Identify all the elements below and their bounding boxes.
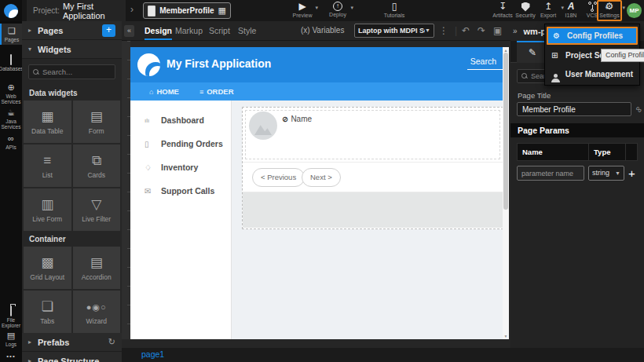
app-search-link[interactable]: Search — [467, 57, 503, 70]
device-selector-arrow-icon: ▼ — [425, 24, 430, 37]
tab-markup[interactable]: Markup — [175, 21, 203, 40]
sidebar-item-web-services[interactable]: ⊕ Web Services — [0, 80, 22, 107]
sidebar-item-file-explorer[interactable]: File Explorer — [0, 304, 22, 331]
sidebar-item-java-services[interactable]: ☕ Java Services — [0, 105, 22, 132]
menu-item-user-management[interactable]: User Management — [545, 64, 639, 83]
nav-item-order[interactable]: ≡ ORDER — [199, 87, 234, 96]
tutorials-button[interactable]: ▯ Tutorials — [381, 2, 408, 18]
widget-label: Tabs — [40, 317, 54, 325]
widgets-section-header[interactable]: ▾ Widgets — [22, 40, 122, 59]
accordion-icon: ▤ — [90, 255, 103, 271]
pencil-icon: ✎ — [529, 47, 536, 58]
widget-search[interactable] — [28, 64, 115, 79]
list-widget-container[interactable]: ⊘ Name < Previous Next > — [242, 107, 503, 229]
tab-script[interactable]: Script — [209, 21, 230, 40]
widget-tile-list[interactable]: ≡ List — [24, 144, 71, 187]
user-avatar[interactable]: MP — [627, 3, 642, 18]
scroll-down-icon[interactable]: ▼ — [503, 334, 509, 338]
column-header-type: Type — [589, 143, 626, 161]
search-icon — [521, 73, 528, 79]
api-icon: ∞ — [8, 133, 14, 143]
deploy-button[interactable]: ↑ Deploy ▾ — [324, 2, 351, 17]
search-icon — [33, 69, 39, 75]
menu-item-dashboard[interactable]: ılı Dashboard — [130, 108, 231, 132]
widget-tile-tabs[interactable]: ❏ Tabs — [24, 291, 71, 333]
widget-tile-wizard[interactable]: ●◉○ Wizard — [73, 291, 121, 333]
menu-item-inventory[interactable]: ♢ Inventory — [130, 155, 231, 179]
widget-label: Data Table — [31, 127, 63, 135]
add-page-button[interactable]: + — [102, 24, 115, 37]
triangle-right-icon: ▸ — [28, 338, 38, 346]
menu-item-pending-orders[interactable]: ▯ Pending Orders — [130, 132, 231, 155]
page-title-input[interactable] — [517, 102, 631, 116]
deploy-label: Deploy — [329, 12, 346, 17]
previous-button[interactable]: < Previous — [252, 168, 305, 187]
triangle-right-icon: ▸ — [28, 27, 38, 34]
vertical-scroll-thumb[interactable] — [503, 53, 508, 210]
param-name-input[interactable] — [517, 166, 584, 181]
tab-style[interactable]: Style — [238, 21, 256, 40]
redo-button[interactable]: ↷ — [478, 21, 485, 40]
data-table-icon: ▦ — [41, 109, 53, 125]
deploy-chevron-icon[interactable]: ▾ — [350, 5, 353, 11]
more-options-icon[interactable]: ⋮ — [439, 21, 448, 40]
page-selector[interactable]: MemberProfile ▦ — [143, 2, 231, 19]
undo-button[interactable]: ↶ — [462, 21, 470, 40]
sidebar-item-databases[interactable]: Databases — [0, 53, 22, 74]
breadcrumb-chevron-icon: › — [130, 4, 134, 15]
device-selector[interactable]: Laptop with MDPI Screen ▼ — [354, 24, 434, 38]
wavemaker-logo[interactable] — [0, 0, 22, 21]
page-structure-section-header[interactable]: ▸ Page Structure — [22, 352, 122, 362]
add-param-button[interactable]: + — [628, 166, 635, 181]
bind-link-icon[interactable]: ∞ — [634, 104, 644, 115]
collapse-left-panel-button[interactable]: « — [124, 25, 134, 37]
preview-chevron-icon[interactable]: ▾ — [315, 5, 318, 11]
nav-item-home[interactable]: ⌂ HOME — [149, 87, 179, 96]
pages-section-header[interactable]: ▸ Pages + — [22, 21, 122, 40]
grid-layout-icon: ▩ — [41, 255, 53, 271]
sidebar-item-apis[interactable]: ∞ APIs — [0, 131, 22, 152]
sidebar-item-pages[interactable]: ❏ Pages — [0, 24, 22, 45]
list-item-card[interactable]: ⊘ Name — [243, 108, 503, 163]
app-main-area: ⊘ Name < Previous Next > — [232, 101, 503, 339]
tab-design[interactable]: Design — [145, 21, 172, 40]
canvas-vertical-scrollbar[interactable]: ▲ ▼ — [503, 47, 509, 339]
menu-item-support-calls[interactable]: ✉ Support Calls — [130, 179, 231, 203]
widget-tile-accordion[interactable]: ▤ Accordion — [73, 247, 121, 289]
collapse-right-panel-button[interactable]: » — [513, 27, 518, 35]
tab-properties-edit[interactable]: ✎ — [517, 41, 548, 63]
widget-label: List — [42, 171, 53, 179]
widget-tile-live-filter[interactable]: ▽ Live Filter — [73, 188, 121, 231]
refresh-icon[interactable]: ↻ — [108, 337, 115, 347]
param-type-select[interactable]: string ▼ — [588, 166, 624, 181]
page-tabs-bar: page1 — [122, 348, 644, 362]
widget-tile-data-table[interactable]: ▦ Data Table — [24, 101, 71, 143]
settings-chevron-icon[interactable]: ▾ — [622, 5, 625, 11]
logs-icon: ▤ — [7, 331, 15, 340]
widget-search-input[interactable] — [42, 68, 111, 76]
page-tab-page1[interactable]: page1 — [141, 349, 164, 359]
sidebar-label: Java Services — [0, 119, 22, 130]
next-button[interactable]: Next > — [302, 168, 341, 187]
project-breadcrumb[interactable]: Project: My First Application — [27, 0, 126, 21]
sidebar-item-logs[interactable]: ▤ Logs — [0, 328, 22, 349]
widget-label: Grid Layout — [30, 273, 64, 281]
variables-dropdown[interactable]: (x) Variables — [301, 21, 344, 40]
menu-item-config-profiles[interactable]: ⚙ Config Profiles — [547, 27, 638, 45]
prefabs-section-header[interactable]: ▸ Prefabs ↻ — [22, 333, 122, 352]
widget-tile-grid-layout[interactable]: ▩ Grid Layout — [24, 247, 71, 289]
preview-button[interactable]: ▶ Preview ▾ — [289, 2, 316, 18]
widget-tile-form[interactable]: ▤ Form — [73, 101, 121, 143]
sidebar-more-button[interactable]: ••• — [0, 349, 22, 362]
home-icon: ⌂ — [149, 88, 153, 96]
grid-view-icon[interactable]: ▦ — [218, 5, 226, 16]
name-field[interactable]: ⊘ Name — [282, 115, 312, 123]
page-preview: My First Application Search ⌂ HOME ≡ ORD… — [130, 47, 503, 339]
container-widgets-grid: ▩ Grid Layout ▤ Accordion ❏ Tabs ●◉○ Wiz… — [22, 247, 122, 333]
select-arrow-icon: ▼ — [615, 166, 620, 180]
widget-tile-cards[interactable]: ⧉ Cards — [73, 144, 121, 187]
save-button[interactable]: ▣ — [493, 21, 502, 40]
wizard-icon: ●◉○ — [86, 299, 107, 315]
bar-chart-icon: ılı — [145, 117, 154, 124]
widget-tile-live-form[interactable]: ▥ Live Form — [24, 188, 71, 231]
